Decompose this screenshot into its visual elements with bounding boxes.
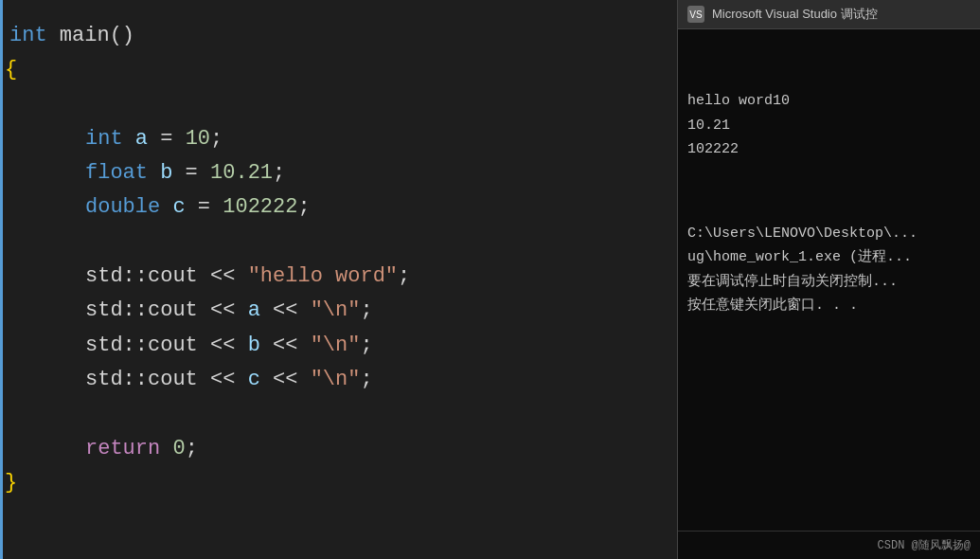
console-footer: CSDN @随风飘扬@ [678,531,980,559]
console-output-text: hello word10 10.21 102222 [687,89,971,162]
console-panel: VS Microsoft Visual Studio 调试控 hello wor… [677,0,980,559]
vs-icon: VS [687,6,704,23]
code-line-blank2 [0,225,677,260]
code-line-cout4: std::cout << c << "\n"; [0,363,677,397]
console-titlebar: VS Microsoft Visual Studio 调试控 [678,0,980,29]
console-path-text: C:\Users\LENOVO\Desktop\... ug\home_work… [687,222,971,318]
code-line-blank3 [0,397,677,431]
code-line-close-brace: } [0,466,677,500]
code-line-blank1 [0,88,677,122]
vs-icon-label: VS [689,9,702,20]
code-line-func-sig: int main() [0,19,677,53]
console-title: Microsoft Visual Studio 调试控 [712,6,878,23]
code-editor: int main(){ int a = 10;float b = 10.21;d… [0,0,677,559]
left-border [0,0,3,559]
code-line-var-a: int a = 10; [0,122,677,156]
code-line-return: return 0; [0,432,677,466]
code-line-cout2: std::cout << a << "\n"; [0,294,677,328]
code-line-cout3: std::cout << b << "\n"; [0,329,677,363]
code-line-var-c: double c = 102222; [0,190,677,225]
code-line-cout1: std::cout << "hello word"; [0,260,677,294]
console-output: hello word10 10.21 102222 C:\Users\LENOV… [678,29,980,531]
code-line-open-brace: { [0,53,677,87]
code-content: int main(){ int a = 10;float b = 10.21;d… [0,19,677,500]
footer-text: CSDN @随风飘扬@ [878,539,971,552]
code-line-var-b: float b = 10.21; [0,156,677,190]
